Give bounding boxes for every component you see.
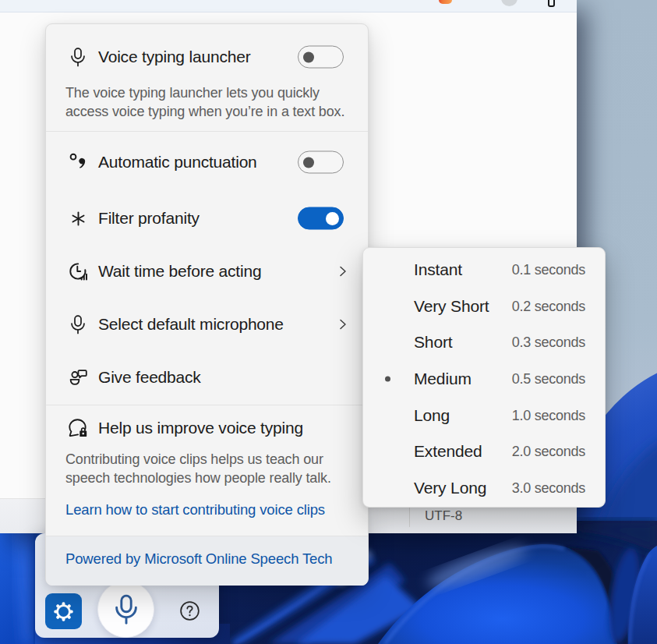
toggle-knob <box>303 157 314 168</box>
clock-icon <box>66 259 90 284</box>
wait-option-extended[interactable]: Extended 2.0 seconds <box>363 433 605 470</box>
wait-option-label: Medium <box>414 370 472 388</box>
wait-option-value: 0.5 seconds <box>512 371 585 387</box>
background-window-menubar <box>0 0 577 12</box>
give-feedback-row[interactable]: Give feedback <box>46 359 368 396</box>
help-icon <box>179 600 200 621</box>
asterisk-icon <box>66 206 90 231</box>
wait-option-medium[interactable]: Medium 0.5 seconds <box>363 361 605 398</box>
filter-profanity-label: Filter profanity <box>98 209 200 228</box>
wait-option-value: 0.2 seconds <box>512 298 585 314</box>
microphone-button[interactable] <box>97 581 154 638</box>
selected-indicator <box>385 377 390 382</box>
wait-time-submenu: Instant 0.1 seconds Very Short 0.2 secon… <box>362 247 606 508</box>
microphone-icon <box>66 312 90 337</box>
settings-button[interactable] <box>45 593 82 629</box>
help-improve-row: Help us improve voice typing <box>46 409 368 447</box>
wait-option-label: Short <box>414 333 452 352</box>
toggle-knob <box>326 212 339 225</box>
wait-option-value: 3.0 seconds <box>512 479 585 496</box>
wait-time-label: Wait time before acting <box>98 262 261 281</box>
wait-option-long[interactable]: Long 1.0 seconds <box>363 397 605 433</box>
wait-option-label: Very Long <box>414 479 486 497</box>
status-bar-divider <box>409 505 410 527</box>
powered-by-link[interactable]: Powered by Microsoft Online Speech Tech <box>65 550 332 568</box>
help-improve-description: Contributing voice clips helps us teach … <box>65 450 360 487</box>
divider <box>46 536 368 536</box>
wait-option-value: 2.0 seconds <box>512 444 585 460</box>
avatar-icon <box>501 0 517 6</box>
gear-icon <box>52 600 75 623</box>
wait-option-value: 0.1 seconds <box>512 262 585 278</box>
help-improve-title: Help us improve voice typing <box>98 419 303 437</box>
wait-option-instant[interactable]: Instant 0.1 seconds <box>363 252 605 288</box>
learn-voice-clips-link[interactable]: Learn how to start contributing voice cl… <box>65 501 325 518</box>
voice-typing-settings-flyout: Voice typing launcher The voice typing l… <box>45 23 369 586</box>
wait-option-very-short[interactable]: Very Short 0.2 seconds <box>363 288 605 325</box>
device-icon <box>548 0 555 7</box>
toolbar-orange-icon <box>439 0 452 4</box>
wait-option-label: Long <box>414 406 450 425</box>
toggle-knob <box>303 51 314 62</box>
wait-option-value: 1.0 seconds <box>512 407 585 423</box>
microphone-icon <box>66 44 90 69</box>
wait-option-value: 0.3 seconds <box>512 334 585 351</box>
feedback-icon <box>66 365 90 390</box>
wait-option-label: Very Short <box>414 297 489 316</box>
automatic-punctuation-label: Automatic punctuation <box>98 153 257 172</box>
voice-typing-launcher-row[interactable]: Voice typing launcher <box>46 37 368 76</box>
give-feedback-label: Give feedback <box>98 368 201 387</box>
filter-profanity-row[interactable]: Filter profanity <box>46 200 368 237</box>
wait-option-label: Instant <box>414 260 462 279</box>
wait-option-short[interactable]: Short 0.3 seconds <box>363 324 605 361</box>
punctuation-icon <box>66 150 90 175</box>
chevron-right-icon <box>337 319 348 330</box>
microphone-icon <box>111 593 142 627</box>
divider <box>46 405 368 405</box>
wait-time-row[interactable]: Wait time before acting <box>46 253 368 290</box>
voice-typing-launcher-toggle[interactable] <box>298 46 344 69</box>
chat-lock-icon <box>66 416 90 441</box>
automatic-punctuation-toggle[interactable] <box>298 151 344 174</box>
desktop: UTF-8 <box>0 0 657 644</box>
wait-option-very-long[interactable]: Very Long 3.0 seconds <box>363 470 605 507</box>
powered-by-section: Powered by Microsoft Online Speech Tech <box>46 536 368 586</box>
filter-profanity-toggle[interactable] <box>298 207 344 230</box>
divider <box>46 131 368 132</box>
select-microphone-label: Select default microphone <box>98 315 284 334</box>
help-button[interactable] <box>178 599 201 622</box>
voice-typing-launcher-label: Voice typing launcher <box>98 48 250 66</box>
launcher-description: The voice typing launcher lets you quick… <box>65 83 360 121</box>
chevron-right-icon <box>337 266 348 277</box>
select-microphone-row[interactable]: Select default microphone <box>46 306 368 343</box>
automatic-punctuation-row[interactable]: Automatic punctuation <box>46 143 368 181</box>
wait-option-label: Extended <box>414 442 482 461</box>
